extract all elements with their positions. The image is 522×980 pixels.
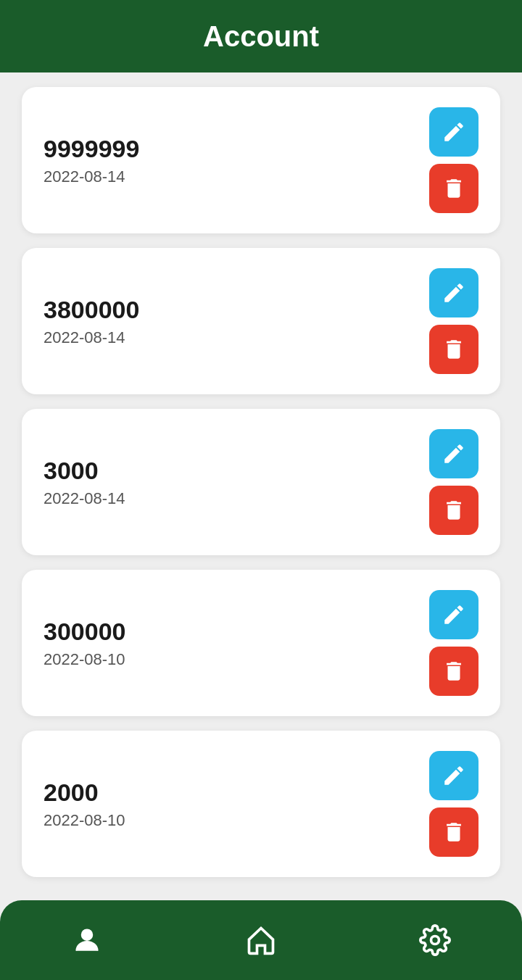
- trash-icon: [442, 176, 466, 201]
- edit-button[interactable]: [429, 107, 478, 157]
- bottom-navigation: [0, 900, 522, 980]
- settings-icon: [419, 924, 451, 956]
- app-header: Account: [0, 0, 522, 72]
- edit-button[interactable]: [429, 429, 478, 478]
- accounts-list: 9999999 2022-08-14 3800000 2022-08-14: [0, 72, 522, 980]
- card-date: 2022-08-14: [44, 328, 139, 347]
- card-amount: 9999999: [44, 135, 139, 163]
- account-card: 9999999 2022-08-14: [22, 87, 500, 233]
- trash-icon: [442, 498, 466, 523]
- edit-button[interactable]: [429, 590, 478, 639]
- card-actions: [429, 107, 478, 213]
- card-date: 2022-08-14: [44, 167, 139, 186]
- card-info: 9999999 2022-08-14: [44, 135, 139, 186]
- pencil-icon: [442, 763, 466, 788]
- nav-profile[interactable]: [49, 917, 125, 963]
- trash-icon: [442, 659, 466, 684]
- account-card: 3800000 2022-08-14: [22, 248, 500, 394]
- card-date: 2022-08-10: [44, 811, 125, 830]
- card-actions: [429, 429, 478, 535]
- nav-settings[interactable]: [397, 917, 473, 963]
- svg-point-0: [82, 929, 93, 940]
- card-actions: [429, 268, 478, 374]
- edit-button[interactable]: [429, 751, 478, 800]
- pencil-icon: [442, 281, 466, 305]
- delete-button[interactable]: [429, 807, 478, 857]
- home-icon: [245, 924, 277, 956]
- card-info: 3000 2022-08-14: [44, 457, 125, 508]
- card-actions: [429, 751, 478, 857]
- nav-home[interactable]: [223, 917, 299, 963]
- card-info: 2000 2022-08-10: [44, 778, 125, 830]
- card-amount: 3800000: [44, 296, 139, 324]
- profile-icon: [71, 924, 103, 956]
- trash-icon: [442, 820, 466, 844]
- trash-icon: [442, 337, 466, 362]
- pencil-icon: [442, 441, 466, 466]
- edit-button[interactable]: [429, 268, 478, 317]
- delete-button[interactable]: [429, 164, 478, 213]
- delete-button[interactable]: [429, 486, 478, 535]
- card-amount: 300000: [44, 618, 125, 646]
- account-card: 2000 2022-08-10: [22, 731, 500, 877]
- delete-button[interactable]: [429, 325, 478, 374]
- svg-point-1: [431, 937, 439, 944]
- card-info: 300000 2022-08-10: [44, 618, 125, 669]
- pencil-icon: [442, 602, 466, 627]
- card-date: 2022-08-10: [44, 650, 125, 669]
- account-card: 3000 2022-08-14: [22, 409, 500, 555]
- pencil-icon: [442, 120, 466, 144]
- card-actions: [429, 590, 478, 696]
- card-date: 2022-08-14: [44, 489, 125, 508]
- card-info: 3800000 2022-08-14: [44, 296, 139, 347]
- page-title: Account: [203, 20, 319, 53]
- delete-button[interactable]: [429, 647, 478, 696]
- account-card: 300000 2022-08-10: [22, 570, 500, 716]
- card-amount: 2000: [44, 778, 125, 807]
- card-amount: 3000: [44, 457, 125, 485]
